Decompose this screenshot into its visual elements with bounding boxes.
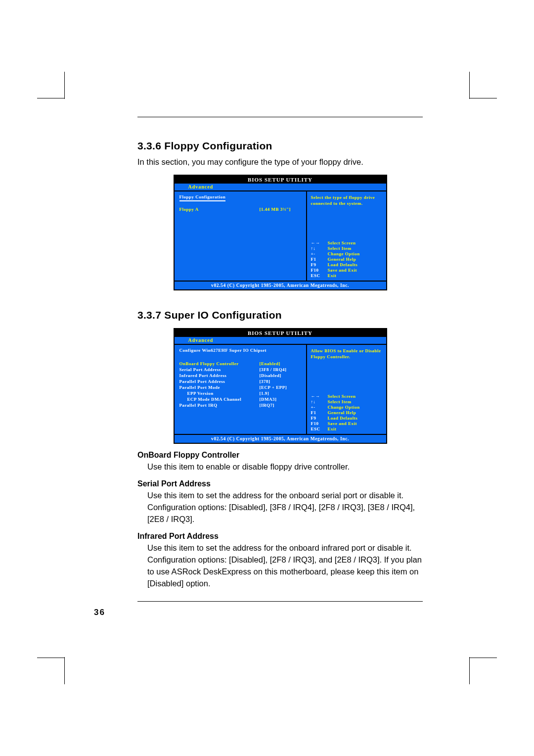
key-f1: F1 xyxy=(311,257,328,262)
key2-f9: F9 xyxy=(311,416,328,421)
lbl-parallel-irq: Parallel Port IRQ xyxy=(179,402,260,408)
key-f10-desc: Save and Exit xyxy=(328,268,357,273)
key-esc-desc: Exit xyxy=(328,273,337,279)
val-parallel-addr: [378] xyxy=(260,378,302,384)
val-serial-port: [3F8 / IRQ4] xyxy=(260,367,302,373)
page-number: 36 xyxy=(94,608,105,617)
superio-panel-title: Configure Win627EHF Super IO Chipset xyxy=(179,348,267,354)
key2-esc-desc: Exit xyxy=(328,426,337,432)
row-epp-version[interactable]: EPP Version[1.9] xyxy=(179,390,302,396)
row-infrared-port[interactable]: Infrared Port Address[Disabled] xyxy=(179,373,302,378)
bios-tab-advanced-2: Advanced xyxy=(188,337,214,343)
bios-keys: ←→Select Screen ↑↓Select Item +-Change O… xyxy=(311,240,383,279)
lbl-serial-port: Serial Port Address xyxy=(179,367,260,373)
lbl-infrared-port: Infrared Port Address xyxy=(179,373,260,378)
key2-esc: ESC xyxy=(311,426,328,432)
row-parallel-irq[interactable]: Parallel Port IRQ[IRQ7] xyxy=(179,402,302,408)
section-336-intro: In this section, you may configure the t… xyxy=(137,156,423,168)
key-arrows-ud: ↑↓ xyxy=(311,246,328,251)
key2-f10: F10 xyxy=(311,421,328,426)
lbl-parallel-addr: Parallel Port Address xyxy=(179,378,260,384)
desc-onboard-floppy: Use this item to enable or disable flopp… xyxy=(147,461,423,472)
section-heading-336: 3.3.6 Floppy Configuration xyxy=(137,140,423,152)
lbl-parallel-mode: Parallel Port Mode xyxy=(179,384,260,390)
superio-help-text: Allow BIOS to Enable or Disable Floppy C… xyxy=(311,348,383,360)
val-parallel-mode: [ECP + EPP] xyxy=(260,384,302,390)
sub-serial-port: Serial Port Address xyxy=(137,479,423,488)
sub-onboard-floppy: OnBoard Floppy Controller xyxy=(137,451,423,460)
key-f1-desc: General Help xyxy=(328,257,356,262)
row-ecp-dma[interactable]: ECP Mode DMA Channel[DMA3] xyxy=(179,396,302,402)
lbl-onboard-floppy: OnBoard Floppy Controller xyxy=(179,361,260,367)
val-infrared-port: [Disabled] xyxy=(260,373,302,378)
key2-plusminus-desc: Change Option xyxy=(328,405,360,410)
bios-superio-box: BIOS SETUP UTILITY Advanced Configure Wi… xyxy=(174,328,387,444)
val-epp-version: [1.9] xyxy=(260,390,302,396)
key-arrows-ud-desc: Select Item xyxy=(328,246,352,251)
bios-keys-2: ←→Select Screen ↑↓Select Item +-Change O… xyxy=(311,394,383,432)
key2-arrows-lr: ←→ xyxy=(311,394,328,399)
floppy-a-row[interactable]: Floppy A [1.44 MB 3½"] xyxy=(179,206,302,212)
bios-title-2: BIOS SETUP UTILITY xyxy=(175,329,386,337)
val-ecp-dma: [DMA3] xyxy=(260,396,302,402)
row-parallel-addr[interactable]: Parallel Port Address[378] xyxy=(179,378,302,384)
bios-menubar-2: Advanced xyxy=(175,337,386,344)
floppy-a-label: Floppy A xyxy=(179,206,260,212)
lbl-epp-version: EPP Version xyxy=(179,390,260,396)
desc-infrared-port: Use this item to set the address for the… xyxy=(147,542,423,589)
bios-footer-2: v02.54 (C) Copyright 1985-2005, American… xyxy=(175,434,386,443)
key-arrows-lr-desc: Select Screen xyxy=(328,240,356,246)
row-serial-port[interactable]: Serial Port Address[3F8 / IRQ4] xyxy=(179,367,302,373)
floppy-a-value: [1.44 MB 3½"] xyxy=(260,206,302,212)
floppy-help-text: Select the type of floppy drive connecte… xyxy=(311,194,383,206)
val-onboard-floppy: [Enabled] xyxy=(260,361,302,367)
key-f9-desc: Load Defaults xyxy=(328,262,358,268)
key2-f9-desc: Load Defaults xyxy=(328,416,358,421)
key-plusminus: +- xyxy=(311,251,328,257)
lbl-ecp-dma: ECP Mode DMA Channel xyxy=(179,396,260,402)
key-f10: F10 xyxy=(311,268,328,273)
val-parallel-irq: [IRQ7] xyxy=(260,402,302,408)
section-heading-337: 3.3.7 Super IO Configuration xyxy=(137,309,423,321)
bios-floppy-box: BIOS SETUP UTILITY Advanced Floppy Confi… xyxy=(174,175,387,290)
key2-f1-desc: General Help xyxy=(328,410,356,416)
bios-menubar: Advanced xyxy=(175,184,386,190)
row-parallel-mode[interactable]: Parallel Port Mode[ECP + EPP] xyxy=(179,384,302,390)
key2-f10-desc: Save and Exit xyxy=(328,421,357,426)
floppy-config-title: Floppy Configuration xyxy=(179,194,226,201)
desc-serial-port: Use this item to set the address for the… xyxy=(147,489,423,525)
key2-arrows-ud: ↑↓ xyxy=(311,399,328,405)
key-esc: ESC xyxy=(311,273,328,279)
key2-plusminus: +- xyxy=(311,405,328,410)
key2-arrows-ud-desc: Select Item xyxy=(328,399,352,405)
bios-title: BIOS SETUP UTILITY xyxy=(175,176,386,184)
key-f9: F9 xyxy=(311,262,328,268)
sub-infrared-port: Infrared Port Address xyxy=(137,532,423,541)
key2-arrows-lr-desc: Select Screen xyxy=(328,394,356,399)
key2-f1: F1 xyxy=(311,410,328,416)
bios-footer: v02.54 (C) Copyright 1985-2005, American… xyxy=(175,281,386,289)
key-plusminus-desc: Change Option xyxy=(328,251,360,257)
key-arrows-lr: ←→ xyxy=(311,240,328,246)
row-onboard-floppy[interactable]: OnBoard Floppy Controller[Enabled] xyxy=(179,361,302,367)
bios-tab-advanced: Advanced xyxy=(188,184,214,189)
